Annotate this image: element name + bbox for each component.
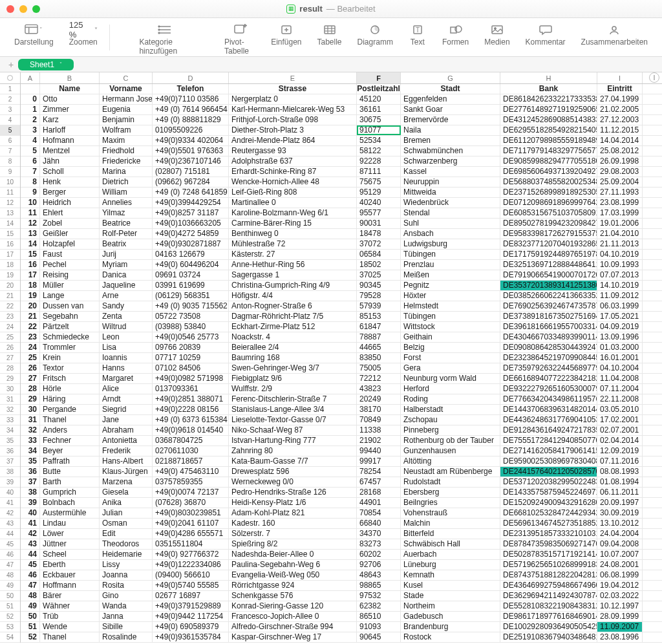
cell[interactable]: DE89502781994232098427 — [500, 219, 597, 228]
cell[interactable]: DE55281083221908438312 — [500, 601, 597, 611]
cell[interactable]: Karoline-Bolzmann-Weg 6/1 — [229, 208, 357, 218]
cell[interactable]: 85153 — [357, 312, 401, 321]
cell[interactable]: Dietrich — [100, 177, 153, 187]
cell[interactable]: 60202 — [357, 550, 401, 559]
cell[interactable]: DE79190665419000701720 — [500, 270, 597, 280]
cell[interactable]: Sibille — [100, 622, 153, 632]
cell[interactable]: William — [100, 188, 153, 197]
cell[interactable]: 01.03.2000 — [597, 343, 643, 352]
row-header[interactable]: 15 — [0, 229, 20, 239]
cell[interactable]: Faust — [40, 250, 100, 259]
cell[interactable]: 70854 — [357, 508, 401, 518]
cell[interactable]: Schmiedecke — [40, 332, 100, 342]
row-header[interactable]: 53 — [0, 622, 20, 632]
cell[interactable]: 61847 — [357, 322, 401, 332]
column-header-A[interactable]: A — [21, 72, 40, 83]
cell[interactable]: 19 — [21, 291, 40, 301]
cell[interactable]: Marzena — [100, 477, 153, 487]
cell[interactable]: +49(0)1222334086 — [153, 560, 229, 570]
cell[interactable]: Wittstock — [401, 322, 500, 332]
cell[interactable]: Beatrix — [100, 239, 153, 249]
cell[interactable]: +49(0)9334 402064 — [153, 136, 229, 145]
header-cell[interactable]: Bank — [500, 84, 597, 94]
cell[interactable]: Herford — [401, 384, 500, 394]
cell[interactable]: Stade — [401, 591, 500, 601]
cell[interactable]: 75675 — [357, 177, 401, 187]
cell[interactable]: Benjamin — [100, 115, 153, 125]
cell[interactable]: Fritsch — [40, 374, 100, 383]
zoom-select[interactable]: 125 % ˅ — [69, 22, 98, 38]
header-cell[interactable]: Telefon — [153, 84, 229, 94]
cell[interactable]: Evangelia-Weiß-Weg 050 — [229, 570, 357, 580]
cell[interactable]: 22.11.2008 — [597, 394, 643, 404]
cell[interactable]: +49(0)2041 61107 — [153, 519, 229, 528]
row-header[interactable]: 5 — [0, 125, 20, 136]
cell[interactable]: +49 (0) 888811829 — [153, 115, 229, 125]
cell[interactable]: 25.09.2004 — [597, 177, 643, 187]
cell[interactable]: Sankt Goar — [401, 105, 500, 114]
cell[interactable]: Baumring 168 — [229, 353, 357, 363]
cell[interactable]: 62382 — [357, 601, 401, 611]
cell[interactable]: 12 — [21, 219, 40, 228]
cell[interactable]: DE91284361649247217835 — [500, 425, 597, 435]
cell[interactable]: 34 — [21, 446, 40, 456]
cell[interactable]: 70849 — [357, 415, 401, 425]
category-button[interactable]: Kategorie hinzufügen — [113, 22, 217, 56]
cell[interactable]: Wolfram — [100, 125, 153, 135]
cell[interactable]: +49(0)2851 388071 — [153, 394, 229, 404]
cell[interactable]: Belzig — [401, 343, 500, 352]
cell[interactable]: 11.09.2012 — [597, 291, 643, 301]
cell[interactable]: DE44362486317769041053 — [500, 415, 597, 425]
cell[interactable]: 52 — [21, 632, 40, 642]
cell[interactable]: +49 (0) 9035 715562 — [153, 301, 229, 311]
row-header[interactable]: 32 — [0, 405, 20, 415]
cell[interactable]: Jähn — [40, 156, 100, 166]
cell[interactable]: +49(0)9361535784 — [153, 632, 229, 642]
cell[interactable]: Halberstadt — [401, 405, 500, 414]
cell[interactable]: Alice — [100, 384, 153, 394]
cell[interactable]: 49 — [21, 601, 40, 611]
cell[interactable]: Karl-Hermann-Mielcarek-Weg 53 — [229, 105, 357, 114]
cell[interactable]: DE76902563924674735787 — [500, 301, 597, 311]
cell[interactable]: 21.04.2010 — [597, 229, 643, 239]
column-header-I[interactable]: I — [597, 72, 643, 83]
row-header[interactable]: 3 — [0, 105, 20, 115]
cell[interactable]: DE83237712070401932865 — [500, 239, 597, 249]
row-header[interactable]: 7 — [0, 146, 20, 156]
row-header[interactable]: 12 — [0, 198, 20, 208]
cell[interactable]: Scheel — [40, 550, 100, 559]
cell[interactable]: Siegrid — [100, 405, 153, 414]
row-header[interactable]: 29 — [0, 374, 20, 384]
cell[interactable]: 13.10.2012 — [597, 519, 643, 528]
cell[interactable]: Hörle — [40, 384, 100, 394]
header-cell[interactable]: Vorname — [100, 84, 153, 94]
cell[interactable]: DE86184262332217333538 — [500, 94, 597, 104]
cell[interactable]: +49(0)4286 655571 — [153, 529, 229, 539]
cell[interactable]: Hanns — [100, 363, 153, 373]
row-header[interactable]: 43 — [0, 519, 20, 529]
cell[interactable]: 30.09.2019 — [597, 508, 643, 518]
cell[interactable]: DE53712020382995022483 — [500, 477, 597, 487]
zoom-button[interactable]: 125 % ˅ Zoomen — [61, 22, 105, 47]
cell[interactable]: 13.09.1996 — [597, 332, 643, 342]
cell[interactable]: 27.11.1993 — [597, 188, 643, 197]
cell[interactable]: 17 — [21, 270, 40, 280]
cell[interactable]: 14.04.2014 — [597, 136, 643, 145]
cell[interactable]: Neustadt am Rübenberge — [401, 467, 500, 477]
cell[interactable]: Friedhold — [100, 146, 153, 156]
cell[interactable]: 24 — [21, 343, 40, 352]
cell[interactable]: +49(0)3994429254 — [153, 198, 229, 208]
cell[interactable]: Antonietta — [100, 436, 153, 445]
row-header[interactable]: 26 — [0, 343, 20, 353]
cell[interactable]: +49(0)9442 117254 — [153, 612, 229, 621]
cell[interactable]: DE93222792651605300079 — [500, 384, 597, 394]
cell[interactable]: Wende — [40, 622, 100, 632]
cell[interactable]: DE43124528690885143833 — [500, 115, 597, 125]
row-header[interactable]: 36 — [0, 446, 20, 456]
cell[interactable]: Kästerstr. 27 — [229, 250, 357, 259]
cell[interactable]: 32 — [21, 425, 40, 435]
cell[interactable]: 41 — [21, 519, 40, 528]
header-cell[interactable]: Name — [40, 84, 100, 94]
cell[interactable]: DE61120798985559189489 — [500, 136, 597, 145]
sheet-tab-sheet1[interactable]: Sheet1 ˅ — [18, 59, 74, 70]
